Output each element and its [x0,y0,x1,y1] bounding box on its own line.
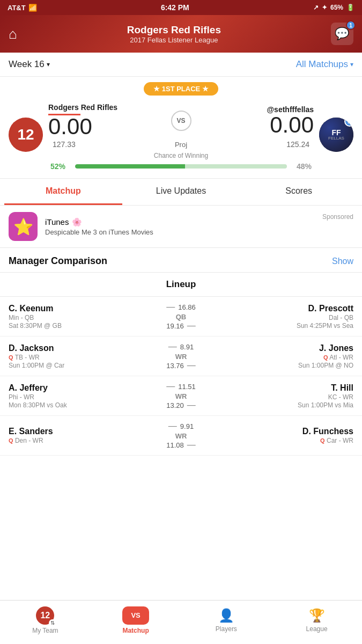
chevron-down-icon: ▾ [47,61,50,68]
player-right-2: T. Hill KC - WR Sun 1:00PM vs Mia [205,383,354,409]
player-right-info2-0: Sun 4:25PM vs Sea [205,322,354,330]
player-left-name-3: E. Sanders [9,427,157,436]
player-right-3: D. Funchess Q Car - WR [205,427,354,445]
chat-badge: 1 [346,20,356,30]
player-right-info1-2: KC - WR [205,393,354,401]
player-right-info2-2: Sun 1:00PM vs Mia [205,401,354,409]
left-score-2: 11.51 [178,383,196,391]
league-name: 2017 Fellas Listener League [127,36,221,44]
home-team-score: 0.00 [48,115,166,138]
tab-row: Matchup Live Updates Scores [0,179,362,206]
team-name: Rodgers Red Rifles [127,24,221,36]
right-dash-0: — [187,321,196,331]
player-left-3: E. Sanders Q Den - WR [9,427,157,445]
player-left-info1-2: Phi - WR [9,393,157,401]
player-right-name-2: T. Hill [205,383,354,393]
player-right-name-0: D. Prescott [205,304,354,313]
player-left-info2-0: Sat 8:30PM @ GB [9,322,157,330]
player-right-info2-1: Sun 1:00PM @ NO [205,362,354,369]
player-left-info1-3: Q Den - WR [9,437,157,444]
chat-button[interactable]: 💬 1 [331,23,353,45]
left-dash-2: — [166,382,175,391]
ad-sun-icon: 🌸 [72,217,82,227]
position-3: WR [157,432,205,440]
q-badge-r: Q [323,354,328,361]
left-score-1: 8.91 [180,343,194,351]
first-place-banner: ★ 1ST PLACE ★ [0,77,362,99]
player-left-name-0: C. Keenum [9,304,157,313]
first-place-text: ★ 1ST PLACE ★ [153,85,209,93]
home-team-side: Rodgers Red Rifles 0.00 [48,103,166,138]
ad-title: iTunes 🌸 [45,217,315,227]
ad-icon: ⭐ [9,212,38,241]
sponsored-label: Sponsored [322,212,353,221]
matchup-card: 12 Rodgers Red Rifles 0.00 VS [0,99,362,179]
player-left-info1-1: Q TB - WR [9,354,157,361]
carrier-text: AT&T [8,4,26,12]
chance-bar [75,164,287,169]
tab-scores-label: Scores [285,186,312,195]
right-score-0: 19.16 [166,322,184,330]
right-dash-3: — [187,440,196,450]
away-team-avatar: FF FELLAS B [319,118,353,152]
left-dash-3: — [168,421,177,431]
app-header: ⌂ Rodgers Red Rifles 2017 Fellas Listene… [0,15,362,53]
left-dash-1: — [168,342,177,352]
chance-fill [75,164,287,169]
q-badge: Q [9,354,13,361]
battery-icon: 🔋 [346,4,354,11]
status-right: ↗ ✦ 65% 🔋 [313,4,354,11]
player-left-1: D. Jackson Q TB - WR Sun 1:00PM @ Car [9,343,157,369]
player-right-1: J. Jones Q Atl - WR Sun 1:00PM @ NO [205,343,354,369]
player-left-0: C. Keenum Min - QB Sat 8:30PM @ GB [9,304,157,330]
matchup-scores: Rodgers Red Rifles 0.00 VS @sethfffellas… [48,99,314,140]
player-row: A. Jeffery Phi - WR Mon 8:30PM vs Oak — … [0,376,362,416]
tab-matchup[interactable]: Matchup [4,179,122,205]
wifi-icon: 📶 [28,4,37,12]
vs-circle: VS [171,111,191,131]
away-win-chance: 48% [291,162,312,171]
home-team-name: Rodgers Red Rifles [48,103,166,112]
player-left-info2-1: Sun 1:00PM @ Car [9,362,157,369]
player-left-info1-0: Min - QB [9,314,157,321]
ad-text: iTunes 🌸 Despicable Me 3 on iTunes Movie… [45,217,315,236]
q-badge-r: Q [320,437,325,444]
battery-text: 65% [330,4,343,11]
status-left: AT&T 📶 [8,4,37,12]
right-score-1: 13.76 [166,362,184,370]
matchup-center: Rodgers Red Rifles 0.00 VS @sethfffellas… [48,99,314,171]
ad-subtitle: Despicable Me 3 on iTunes Movies [45,228,315,236]
manager-comparison-header: Manager Comparison Show [0,248,362,273]
status-time: 6:42 PM [161,3,189,12]
home-button[interactable]: ⌂ [9,26,17,42]
player-right-info1-1: Q Atl - WR [205,354,354,361]
tab-scores[interactable]: Scores [240,179,358,205]
away-team-score: 0.00 [197,114,314,136]
home-team-avatar: 12 [9,118,43,152]
player-center-1: — 8.91 WR 13.76 — [157,342,205,370]
lineup-title: Lineup [166,279,196,289]
player-row: C. Keenum Min - QB Sat 8:30PM @ GB — 16.… [0,297,362,336]
ad-star-icon: ⭐ [13,217,33,236]
q-badge: Q [9,437,13,444]
vs-label: VS [176,117,185,125]
position-2: WR [157,392,205,400]
ad-row[interactable]: ⭐ iTunes 🌸 Despicable Me 3 on iTunes Mov… [0,206,362,248]
avatar-number: 12 [17,126,34,143]
tab-live-updates[interactable]: Live Updates [122,179,240,205]
proj-label: Proj [175,141,187,149]
nav-row: Week 16 ▾ All Matchups ▾ [0,53,362,77]
lineup-header: Lineup [0,273,362,297]
chevron-down-icon-2: ▾ [350,61,353,68]
player-right-0: D. Prescott Dal - QB Sun 4:25PM vs Sea [205,304,354,330]
player-right-info1-3: Q Car - WR [205,437,354,444]
manager-comparison-show[interactable]: Show [332,257,353,266]
all-matchups-selector[interactable]: All Matchups ▾ [296,59,353,70]
week-selector[interactable]: Week 16 ▾ [9,59,50,70]
right-dash-1: — [187,361,196,370]
player-left-name-1: D. Jackson [9,343,157,353]
status-bar: AT&T 📶 6:42 PM ↗ ✦ 65% 🔋 [0,0,362,15]
all-matchups-label: All Matchups [296,59,348,70]
position-1: WR [157,353,205,361]
player-left-2: A. Jeffery Phi - WR Mon 8:30PM vs Oak [9,383,157,409]
